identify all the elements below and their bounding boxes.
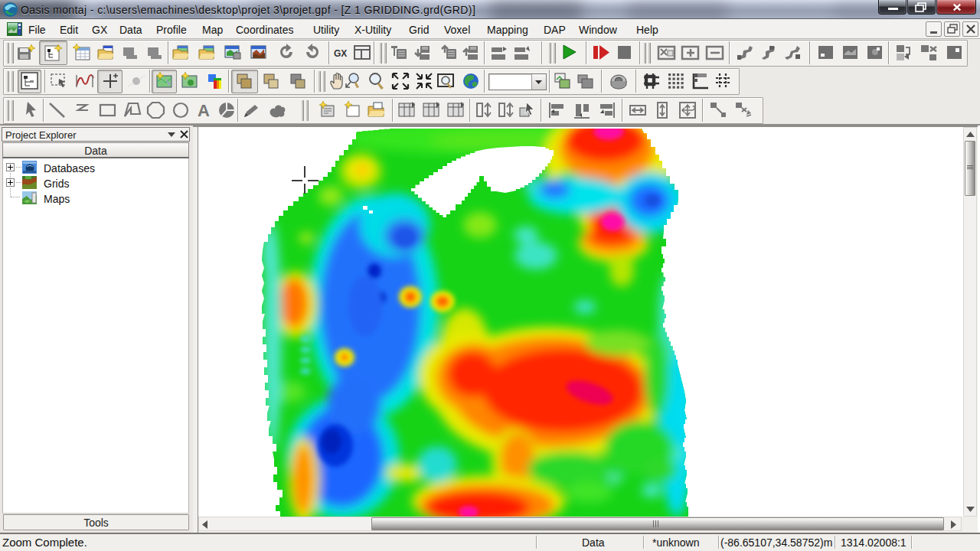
svg-text:GX: GX (334, 48, 347, 59)
svg-text:A: A (198, 101, 210, 120)
